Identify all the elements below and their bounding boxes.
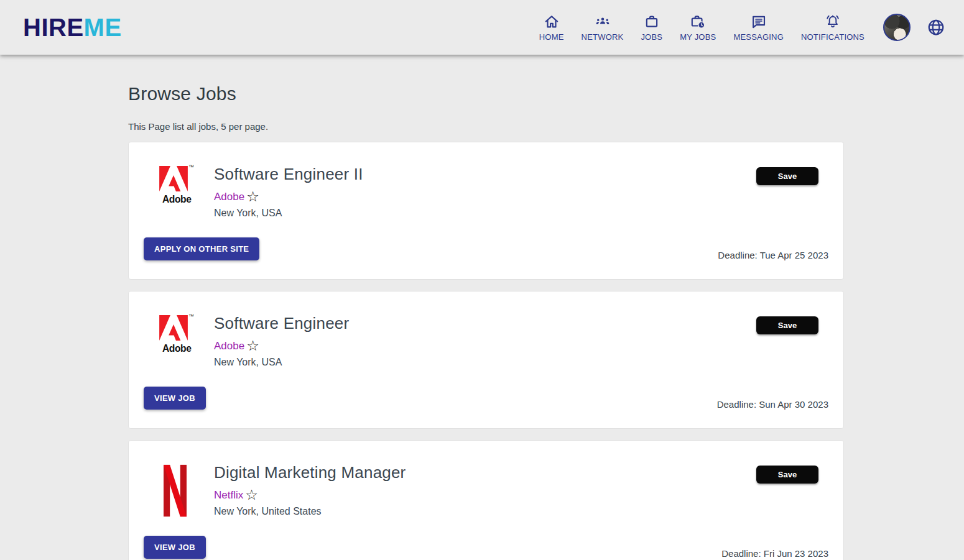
page-title: Browse Jobs [128, 83, 844, 104]
company-link[interactable]: Adobe [214, 340, 244, 352]
nav-item-messaging[interactable]: MESSAGING [733, 14, 784, 42]
job-title: Digital Marketing Manager [214, 463, 756, 482]
main-nav: HOME NETWORK J [539, 14, 864, 42]
adobe-wordmark: Adobe [162, 193, 191, 206]
page-subtitle: This Page list all jobs, 5 per page. [128, 121, 844, 132]
nav-label: JOBS [641, 32, 662, 42]
brand-logo[interactable]: HIREME [23, 14, 122, 42]
star-icon[interactable]: ☆ [246, 190, 259, 204]
view-job-button[interactable]: VIEW JOB [144, 536, 206, 559]
nav-label: MY JOBS [680, 32, 716, 42]
save-button[interactable]: Save [756, 466, 818, 484]
company-link[interactable]: Netflix [214, 489, 243, 502]
nav-label: NETWORK [582, 32, 624, 42]
job-deadline: Deadline: Fri Jun 23 2023 [721, 548, 828, 559]
job-deadline: Deadline: Sun Apr 30 2023 [717, 399, 828, 410]
job-card: ™ Adobe Software Engineer II Adobe ☆ New… [128, 142, 844, 280]
globe-icon[interactable] [927, 18, 945, 37]
star-icon[interactable]: ☆ [245, 488, 258, 502]
apply-on-other-site-button[interactable]: APPLY ON OTHER SITE [144, 237, 259, 260]
adobe-logo: ™ Adobe [159, 166, 194, 206]
job-title: Software Engineer II [214, 165, 756, 184]
company-logo-box: ™ Adobe [159, 314, 214, 355]
nav-item-jobs[interactable]: JOBS [641, 14, 662, 42]
brand-text-secondary: ME [84, 14, 122, 41]
save-button[interactable]: Save [756, 316, 818, 334]
browse-jobs-page: Browse Jobs This Page list all jobs, 5 p… [128, 83, 844, 560]
user-avatar[interactable] [883, 14, 911, 41]
view-job-button[interactable]: VIEW JOB [144, 387, 206, 410]
save-button[interactable]: Save [756, 167, 818, 185]
my-jobs-icon [690, 14, 706, 30]
adobe-tm: ™ [188, 314, 194, 319]
adobe-mark-icon [159, 315, 188, 341]
jobs-icon [644, 14, 660, 30]
home-icon [544, 14, 560, 30]
company-logo-box [159, 463, 214, 517]
job-location: New York, USA [214, 208, 756, 219]
company-link[interactable]: Adobe [214, 191, 244, 203]
nav-item-my-jobs[interactable]: MY JOBS [680, 14, 716, 42]
messaging-icon [751, 14, 767, 30]
brand-text-primary: HIRE [23, 14, 84, 41]
nav-label: MESSAGING [733, 32, 784, 42]
job-location: New York, USA [214, 357, 756, 368]
network-icon [595, 14, 611, 30]
job-card: Digital Marketing Manager Netflix ☆ New … [128, 440, 844, 560]
netflix-logo [159, 464, 214, 517]
nav-label: HOME [539, 32, 564, 42]
nav-item-network[interactable]: NETWORK [582, 14, 624, 42]
job-location: New York, United States [214, 506, 756, 517]
adobe-tm: ™ [188, 165, 194, 170]
app-header: HIREME HOME N [0, 0, 964, 55]
notifications-icon [825, 14, 841, 30]
adobe-mark-icon [159, 166, 188, 191]
netflix-n-icon [164, 464, 187, 517]
job-card: ™ Adobe Software Engineer Adobe ☆ New Yo… [128, 291, 844, 429]
nav-item-notifications[interactable]: NOTIFICATIONS [801, 14, 864, 42]
job-title: Software Engineer [214, 314, 756, 333]
nav-item-home[interactable]: HOME [539, 14, 564, 42]
star-icon[interactable]: ☆ [246, 339, 259, 353]
nav-label: NOTIFICATIONS [801, 32, 864, 42]
company-logo-box: ™ Adobe [159, 165, 214, 206]
adobe-logo: ™ Adobe [159, 315, 194, 355]
adobe-wordmark: Adobe [162, 342, 191, 355]
job-deadline: Deadline: Tue Apr 25 2023 [718, 250, 828, 260]
